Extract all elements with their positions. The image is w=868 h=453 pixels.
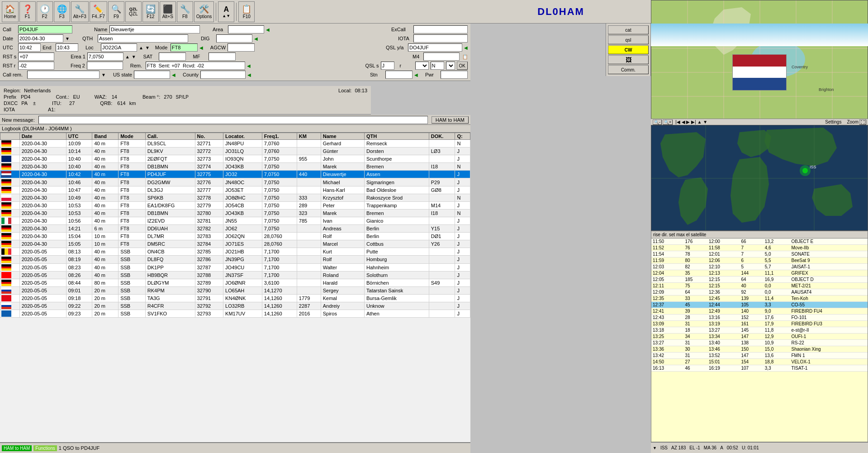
col-km[interactable]: KM bbox=[297, 133, 321, 140]
f10-button[interactable]: 📋 F10 bbox=[238, 1, 255, 22]
table-row[interactable]: 2020-04-30 bbox=[19, 225, 66, 233]
qzl-button[interactable]: QZL QZL bbox=[125, 1, 142, 22]
qslya-arrow[interactable]: ◀ bbox=[464, 45, 468, 50]
col-utc[interactable]: UTC bbox=[66, 133, 92, 140]
zoom-plus-btn[interactable]: 🔍+ bbox=[663, 119, 673, 125]
satellite-row[interactable]: 11:50 bbox=[651, 238, 684, 245]
col-date[interactable]: Date bbox=[19, 133, 66, 140]
n-select[interactable] bbox=[446, 62, 455, 70]
date-input[interactable] bbox=[18, 34, 63, 43]
satellite-row[interactable]: 16:13 bbox=[651, 365, 684, 372]
satellite-row[interactable]: 12:35 bbox=[651, 296, 684, 302]
stn-input[interactable] bbox=[385, 71, 413, 79]
table-row[interactable]: 2020-05-05 bbox=[19, 294, 66, 302]
col-call[interactable]: Call. bbox=[145, 133, 195, 140]
f8-button[interactable]: 🔧 F8 bbox=[177, 1, 193, 22]
satellite-row[interactable]: 12:09 bbox=[651, 289, 684, 296]
col-qth[interactable]: QTH bbox=[365, 133, 429, 140]
loc-down[interactable]: ▼ bbox=[145, 45, 150, 50]
usstate-input[interactable] bbox=[134, 71, 170, 79]
table-row[interactable]: 2020-04-30 bbox=[19, 148, 66, 155]
n-input[interactable] bbox=[431, 62, 444, 70]
satellite-row[interactable]: 12:04 bbox=[651, 270, 684, 277]
qsls-input[interactable] bbox=[381, 62, 394, 70]
satellite-scroll[interactable]: 11:50 176 12:00 66 13,2 OBJECT E 11:52 7… bbox=[651, 238, 868, 438]
satellite-row[interactable]: 11:59 bbox=[651, 257, 684, 264]
table-row[interactable]: 2020-04-30 bbox=[19, 163, 66, 171]
m4-btn[interactable]: 📋 bbox=[462, 54, 468, 59]
table-row[interactable]: 2020-04-30 bbox=[19, 209, 66, 217]
logbook-scroll[interactable]: Date UTC Band Mode Call. No. Locator. Fr… bbox=[0, 133, 470, 443]
satellite-row[interactable]: 13:25 bbox=[651, 334, 684, 340]
col-name[interactable]: Name bbox=[321, 133, 364, 140]
rem-arrow[interactable]: ◀ bbox=[247, 63, 251, 68]
satellite-row[interactable]: 13:27 bbox=[651, 340, 684, 346]
table-row[interactable]: 2020-05-05 bbox=[19, 271, 66, 279]
col-band[interactable]: Band bbox=[92, 133, 119, 140]
col-locator[interactable]: Locator. bbox=[223, 133, 262, 140]
satellite-row[interactable]: 12:37 bbox=[651, 302, 684, 308]
table-row[interactable]: 2020-04-30 bbox=[19, 178, 66, 186]
qth-input[interactable] bbox=[98, 34, 188, 43]
agcw-input[interactable] bbox=[228, 43, 255, 52]
callrem-input[interactable] bbox=[27, 71, 100, 79]
table-row[interactable]: 2020-04-30 bbox=[19, 140, 66, 148]
table-row[interactable]: 2020-04-30 bbox=[19, 155, 66, 163]
table-row[interactable]: 2020-05-05 bbox=[19, 263, 66, 271]
altf3-button[interactable]: 🔧 Alt+F3 bbox=[71, 1, 89, 22]
end-input[interactable] bbox=[56, 43, 78, 52]
f4f7-button[interactable]: ✏️ F4..F7 bbox=[90, 1, 107, 22]
col-freq[interactable]: Freq1. bbox=[262, 133, 297, 140]
call-input[interactable] bbox=[18, 25, 72, 33]
table-row[interactable]: 2020-05-05 bbox=[19, 256, 66, 263]
callrem-arrow[interactable]: ▼ bbox=[101, 72, 106, 77]
zoom-minus-btn[interactable]: 🔍- bbox=[653, 119, 662, 125]
col-no[interactable]: No. bbox=[195, 133, 223, 140]
f9-button[interactable]: 🔍 F9 bbox=[108, 1, 124, 22]
ham-to-ham-button[interactable]: HAM to HAM bbox=[432, 116, 469, 124]
name-input[interactable] bbox=[109, 25, 200, 33]
f3-button[interactable]: 🌐 F3 bbox=[54, 1, 70, 22]
alts-button[interactable]: ⬛ Alt+S bbox=[160, 1, 176, 22]
comm-button[interactable]: Comm. bbox=[608, 65, 649, 74]
table-row[interactable]: 2020-05-05 bbox=[19, 302, 66, 310]
satellite-row[interactable]: 12:43 bbox=[651, 315, 684, 321]
table-row[interactable]: 2020-04-30 bbox=[19, 194, 66, 201]
satellite-row[interactable]: 13:36 bbox=[651, 346, 684, 353]
satellite-row[interactable]: 13:18 bbox=[651, 327, 684, 334]
table-row[interactable]: 2020-04-30 bbox=[19, 240, 66, 248]
dig-arrow[interactable]: ◀ bbox=[254, 36, 258, 41]
erea1-down[interactable]: ▼ bbox=[132, 54, 136, 59]
satellite-row[interactable]: 11:52 bbox=[651, 245, 684, 251]
table-row[interactable]: 2020-04-30 bbox=[19, 233, 66, 240]
dig-input[interactable] bbox=[216, 34, 252, 43]
iss-scroll-down[interactable]: ▼ bbox=[653, 446, 657, 450]
erea1-up[interactable]: ▲ bbox=[125, 54, 130, 59]
options-button[interactable]: 🛠️ Options bbox=[194, 1, 214, 22]
satellite-row[interactable]: 12:41 bbox=[651, 308, 684, 315]
freq2-input[interactable] bbox=[87, 62, 123, 70]
a-button[interactable]: A ▲▼ bbox=[218, 1, 234, 22]
qslya-input[interactable] bbox=[408, 43, 462, 52]
sat-input[interactable] bbox=[159, 52, 186, 61]
satellite-row[interactable]: 14:50 bbox=[651, 359, 684, 365]
erea1-input[interactable] bbox=[87, 52, 123, 61]
rem-input[interactable] bbox=[146, 62, 245, 70]
area-input[interactable] bbox=[228, 25, 264, 33]
utc-input[interactable] bbox=[18, 43, 41, 52]
loc-input[interactable] bbox=[101, 43, 137, 52]
satellite-row[interactable]: 12:05 bbox=[651, 277, 684, 283]
loc-up[interactable]: ▲ bbox=[139, 45, 143, 50]
satellite-row[interactable]: 12:11 bbox=[651, 283, 684, 289]
message-input[interactable] bbox=[38, 116, 428, 124]
world-map[interactable]: ISS bbox=[651, 125, 868, 231]
mode-input[interactable] bbox=[171, 43, 198, 52]
home-button[interactable]: 🏠 Home bbox=[2, 1, 19, 22]
cw-button[interactable]: CW bbox=[608, 45, 649, 54]
ham-to-ham-status[interactable]: HAM to HAM bbox=[2, 445, 32, 451]
table-row[interactable]: 2020-05-05 bbox=[19, 279, 66, 286]
rstr-input[interactable] bbox=[18, 62, 54, 70]
pwr-input[interactable] bbox=[441, 71, 468, 79]
county-arrow[interactable]: ◀ bbox=[247, 72, 251, 77]
r-select[interactable] bbox=[415, 62, 429, 70]
